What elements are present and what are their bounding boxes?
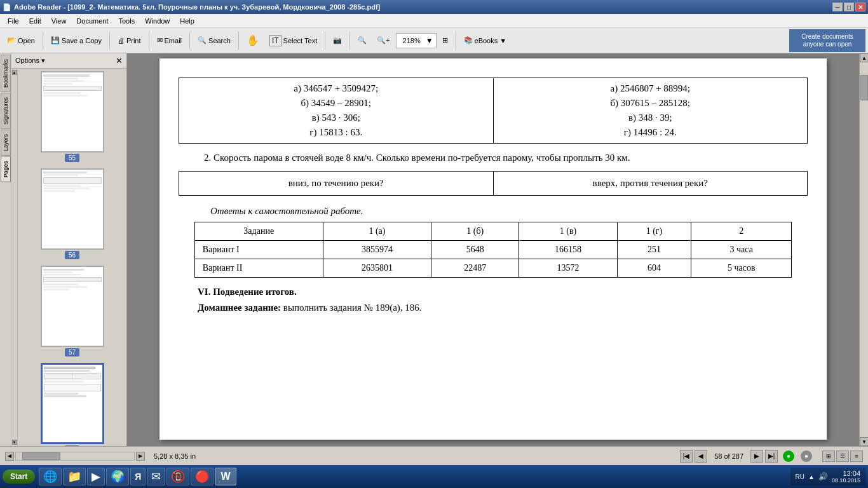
homework-text: Домашнее задание: выполнить задания № 18…: [198, 302, 808, 313]
problem2-text: 2. Скорость парома в стоячей воде 8 км/ч…: [179, 152, 808, 163]
page-thumb-55[interactable]: 55: [19, 71, 125, 162]
nav-prev-button[interactable]: ◀: [695, 450, 707, 463]
bookmarks-tab[interactable]: Bookmarks: [1, 55, 11, 92]
toolbar-sep-6: [325, 32, 325, 50]
print-button[interactable]: 🖨 Print: [113, 30, 146, 51]
layers-tab[interactable]: Layers: [1, 130, 11, 156]
ebooks-dropdown[interactable]: ▼: [499, 37, 506, 44]
taskbar-media[interactable]: ▶: [87, 468, 105, 485]
pdf-scroll-area[interactable]: а) 346547 + 3509427; б) 34549 – 28901; в…: [127, 53, 859, 446]
ebooks-icon: 📚: [464, 36, 473, 44]
zoom-dropdown-icon[interactable]: ▼: [426, 36, 433, 45]
tray-lang: RU: [796, 473, 804, 480]
page-dimensions: 5,28 x 8,35 in: [154, 452, 196, 460]
menu-window[interactable]: Window: [140, 16, 175, 26]
scrollbar-track[interactable]: [860, 62, 868, 437]
title-bar: 📄 Adobe Reader - [1099_2- Математика. 5к…: [0, 0, 868, 14]
email-button[interactable]: ✉ Email: [153, 30, 187, 51]
scroll-down-button[interactable]: ▼: [860, 437, 868, 446]
menu-view[interactable]: View: [46, 16, 72, 26]
status-gray-icon[interactable]: ●: [801, 451, 812, 462]
sidebar-panel: Bookmarks Signatures Layers Pages Option…: [0, 53, 127, 446]
sidebar-close-button[interactable]: ✕: [116, 56, 123, 65]
start-button[interactable]: Start: [3, 470, 35, 484]
zoom-box: ▼: [396, 33, 437, 48]
taskbar-ie[interactable]: 🌐: [39, 468, 62, 485]
status-green-icon[interactable]: ●: [783, 451, 794, 462]
page-thumb-56[interactable]: 56: [19, 168, 125, 259]
view-btn-3[interactable]: ≡: [850, 451, 863, 462]
h-scroll-left-btn[interactable]: ◀: [5, 452, 14, 461]
h-scroll-thumb[interactable]: [22, 452, 60, 460]
nav-first-button[interactable]: |◀: [680, 450, 693, 463]
search-button[interactable]: 🔍 Search: [193, 30, 235, 51]
ebooks-button[interactable]: 📚 eBooks ▼: [459, 30, 512, 51]
view-btn-2[interactable]: ☰: [836, 451, 849, 462]
close-button[interactable]: ✕: [855, 3, 865, 11]
taskbar-adobe[interactable]: 🔴: [191, 468, 214, 485]
tray-arrow-up: ▲: [808, 473, 815, 480]
print-icon: 🖨: [118, 37, 125, 44]
tray-time: 13:04: [843, 470, 860, 477]
page-num-57: 57: [65, 348, 79, 356]
zoom-out-icon: 🔍: [358, 36, 367, 44]
taskbar-word[interactable]: W: [215, 468, 236, 485]
restore-button[interactable]: □: [844, 3, 854, 11]
zoom-in-icon: 🔍+: [377, 36, 390, 44]
hand-tool-button[interactable]: ✋: [242, 30, 264, 51]
system-tray: RU ▲ 🔊 13:04 08.10.2015: [790, 468, 865, 485]
search-icon: 🔍: [198, 36, 207, 44]
h-scroll-track[interactable]: [15, 452, 135, 461]
toolbar-sep-1: [43, 32, 43, 50]
fit-icon: ⊞: [442, 36, 448, 44]
zoom-out-button[interactable]: 🔍: [353, 30, 371, 51]
direction-right: вверх, против течения реки?: [593, 178, 708, 188]
homework-content: выполнить задания № 189(а), 186.: [283, 302, 422, 313]
scrollbar-thumb[interactable]: [860, 75, 868, 100]
menu-file[interactable]: File: [3, 16, 24, 26]
scroll-up-button[interactable]: ▲: [860, 53, 868, 62]
snapshot-button[interactable]: 📷: [329, 30, 346, 51]
left-g: г) 15813 : 63.: [192, 127, 480, 138]
minimize-button[interactable]: ─: [832, 3, 843, 11]
menu-tools[interactable]: Tools: [114, 16, 140, 26]
zoom-in-button[interactable]: 🔍+: [372, 30, 394, 51]
taskbar-mail[interactable]: ✉: [147, 468, 165, 485]
h-scroll-right-btn[interactable]: ▶: [136, 452, 145, 461]
create-docs-button[interactable]: Create documents anyone can open: [789, 29, 865, 52]
menu-document[interactable]: Document: [71, 16, 113, 26]
toolbar-sep-8: [456, 32, 456, 50]
fit-page-button[interactable]: ⊞: [438, 30, 452, 51]
nav-last-button[interactable]: ▶|: [765, 450, 778, 463]
menu-help[interactable]: Help: [175, 16, 200, 26]
ebooks-label: eBooks: [475, 37, 498, 44]
menu-edit[interactable]: Edit: [24, 16, 46, 26]
options-button[interactable]: Options ▾: [15, 57, 45, 65]
pages-panel: Options ▾ ✕ ▲ ▼: [11, 53, 126, 446]
save-copy-button[interactable]: 💾 Save a Copy: [46, 30, 106, 51]
text-select-icon: IT: [269, 35, 281, 46]
pages-tab[interactable]: Pages: [1, 156, 11, 182]
view-btn-1[interactable]: ⊞: [822, 451, 835, 462]
right-a: а) 2546807 + 88994;: [506, 83, 795, 94]
main-area: Bookmarks Signatures Layers Pages Option…: [0, 53, 868, 446]
select-text-button[interactable]: IT Select Text: [265, 30, 322, 51]
open-button[interactable]: 📂 Open: [3, 30, 39, 51]
answers-table: Задание 1 (а) 1 (б) 1 (в) 1 (г) 2 Вариан…: [194, 222, 792, 278]
signatures-tab[interactable]: Signatures: [1, 93, 11, 129]
page-thumb-57[interactable]: 57: [19, 266, 125, 356]
left-a: а) 346547 + 3509427;: [192, 83, 480, 94]
direction-table: вниз, по течению реки? вверх, против теч…: [179, 171, 808, 196]
page-thumb-58[interactable]: 58: [19, 363, 125, 446]
taskbar-chrome[interactable]: 🌍: [106, 468, 129, 485]
taskbar-app7[interactable]: 📵: [166, 468, 189, 485]
taskbar-yandex[interactable]: Я: [130, 468, 146, 485]
thumb-img-56: [41, 168, 104, 250]
save-icon: 💾: [51, 36, 60, 44]
zoom-input[interactable]: [399, 37, 424, 44]
page-num-58: 58: [65, 445, 79, 446]
toolbar-sep-5: [238, 32, 239, 50]
right-g: г) 14496 : 24.: [506, 127, 795, 138]
nav-next-button[interactable]: ▶: [750, 450, 763, 463]
taskbar-explorer[interactable]: 📁: [63, 468, 86, 485]
